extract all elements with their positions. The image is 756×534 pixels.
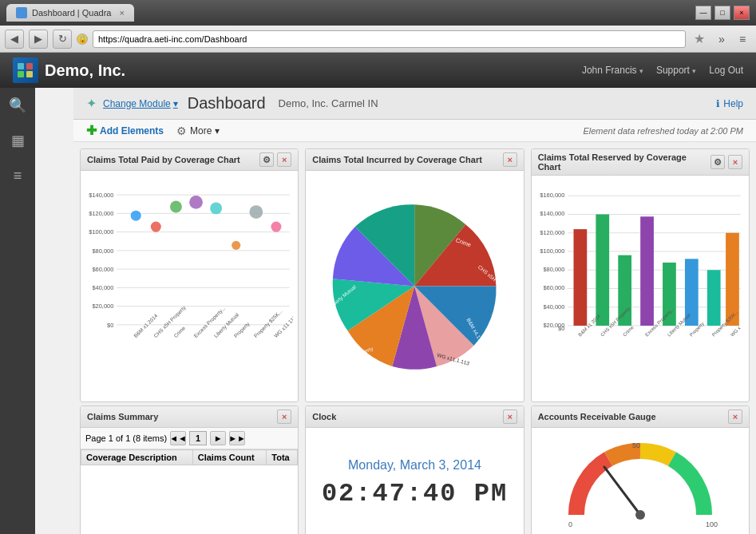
app-header: Demo, Inc. John Francis ▾ Support ▾ Log …	[0, 53, 756, 88]
svg-text:Excess Property...: Excess Property...	[192, 305, 227, 339]
ar-gauge-widget: Accounts Receivable Gauge ×	[531, 405, 750, 534]
reserved-chart-header: Claims Total Reserved by Coverage Chart …	[532, 149, 749, 176]
paid-chart-gear[interactable]: ⚙	[259, 152, 274, 167]
reserved-chart-widget: Claims Total Reserved by Coverage Chart …	[531, 148, 750, 402]
user-menu[interactable]: John Francis ▾	[582, 65, 643, 76]
claims-summary-close[interactable]: ×	[277, 409, 291, 424]
logout-link[interactable]: Log Out	[709, 65, 743, 76]
close-btn[interactable]: ×	[734, 6, 750, 20]
page-title: Dashboard	[188, 94, 266, 113]
tab-close-btn[interactable]: ×	[120, 8, 125, 18]
claims-table: Coverage Description Claims Count Tota	[81, 449, 298, 465]
svg-rect-57	[573, 229, 587, 326]
browser-titlebar: Dashboard | Quadra × — □ ×	[0, 0, 756, 26]
claims-summary-title: Claims Summary	[87, 412, 158, 421]
extensions-btn[interactable]: »	[713, 30, 730, 48]
paid-chart-content: $140,000 $120,000 $100,000 $80,000 $60,0…	[81, 171, 298, 401]
change-module-btn[interactable]: Change Module ▾	[103, 98, 178, 109]
header-nav: John Francis ▾ Support ▾ Log Out	[582, 65, 743, 76]
add-elements-label: Add Elements	[100, 125, 164, 136]
menu-btn[interactable]: ≡	[734, 30, 751, 48]
support-link[interactable]: Support ▾	[656, 65, 696, 76]
incurred-chart-header: Claims Total Incurred by Coverage Chart …	[306, 149, 523, 171]
claims-pagination: Page 1 of 1 (8 items) ◄◄ 1 ► ►►	[81, 428, 298, 449]
svg-text:$60,000: $60,000	[92, 266, 113, 273]
first-page-btn[interactable]: ◄◄	[170, 431, 186, 445]
clock-title: Clock	[312, 412, 336, 421]
address-bar[interactable]	[93, 30, 686, 48]
svg-point-19	[189, 196, 203, 209]
svg-point-20	[210, 202, 222, 214]
maximize-btn[interactable]: □	[714, 6, 730, 20]
sidebar-list[interactable]: ≡	[0, 158, 35, 193]
svg-text:$60,000: $60,000	[543, 284, 564, 291]
clock-header: Clock ×	[306, 406, 523, 428]
ar-gauge-close[interactable]: ×	[728, 409, 742, 424]
clock-date: Monday, March 3, 2014	[348, 458, 481, 473]
bookmark-btn[interactable]: ★	[691, 30, 708, 48]
help-icon: ℹ	[716, 98, 720, 109]
svg-text:WG x: WG x	[730, 326, 742, 338]
toolbar-extras: » ≡	[713, 30, 751, 48]
refresh-btn[interactable]: ↻	[53, 30, 72, 49]
help-btn[interactable]: ℹ Help	[716, 98, 743, 109]
svg-text:$20,000: $20,000	[92, 303, 113, 310]
refresh-info: Element data refreshed today at 2:00 PM	[583, 126, 743, 136]
svg-text:$160,000: $160,000	[540, 192, 564, 199]
svg-text:100: 100	[706, 520, 718, 528]
svg-text:$40,000: $40,000	[92, 284, 113, 291]
add-elements-btn[interactable]: ✚ Add Elements	[86, 123, 164, 138]
gear-icon: ⚙	[176, 125, 187, 137]
svg-text:$140,000: $140,000	[540, 210, 564, 217]
logo-cell-4	[26, 71, 33, 77]
window-controls: — □ ×	[695, 6, 750, 20]
svg-point-21	[232, 241, 240, 250]
svg-text:$0: $0	[558, 325, 564, 332]
clock-widget: Clock × Monday, March 3, 2014 02:47:40 P…	[305, 405, 524, 534]
current-page: 1	[189, 431, 207, 445]
forward-btn[interactable]: ▶	[29, 30, 48, 49]
back-btn[interactable]: ◀	[5, 30, 24, 49]
app-content: ✦ Change Module ▾ Dashboard Demo, Inc. C…	[73, 88, 756, 534]
col-count: Claims Count	[192, 450, 267, 465]
browser-toolbar: ◀ ▶ ↻ 🔒 ★ » ≡	[0, 26, 756, 53]
svg-text:$0: $0	[107, 322, 113, 329]
company-name: Demo, Inc.	[45, 61, 125, 80]
sidebar-search[interactable]: 🔍	[0, 88, 35, 123]
browser-tab[interactable]: Dashboard | Quadra ×	[6, 4, 134, 22]
clock-close[interactable]: ×	[503, 409, 517, 424]
incurred-chart-close[interactable]: ×	[503, 152, 517, 167]
reserved-chart-content: $160,000 $140,000 $120,000 $100,000 $80,…	[532, 176, 749, 401]
incurred-chart-controls: ×	[503, 152, 517, 167]
reserved-chart-gear[interactable]: ⚙	[710, 155, 725, 169]
sidebar-grid[interactable]: ▦	[0, 123, 35, 158]
clock-time: 02:47:40 PM	[322, 479, 508, 508]
support-label: Support	[656, 65, 690, 76]
more-dropdown-arrow: ▾	[215, 125, 220, 136]
reserved-chart-close[interactable]: ×	[728, 155, 742, 169]
module-dropdown-arrow: ▾	[173, 98, 178, 109]
incurred-chart-title: Claims Total Incurred by Coverage Chart	[312, 155, 482, 164]
dashboard-top-row: Claims Total Paid by Coverage Chart ⚙ × …	[73, 142, 756, 405]
user-dropdown-arrow: ▾	[639, 67, 643, 75]
paid-chart-close[interactable]: ×	[277, 152, 291, 167]
ar-gauge-header: Accounts Receivable Gauge ×	[532, 406, 749, 428]
module-icon: ✦	[86, 96, 97, 111]
svg-point-23	[271, 222, 281, 232]
paid-chart-title: Claims Total Paid by Coverage Chart	[87, 155, 240, 164]
svg-text:Crime: Crime	[622, 325, 635, 338]
last-page-btn[interactable]: ►►	[229, 431, 245, 445]
svg-rect-60	[640, 216, 654, 326]
paid-chart-controls: ⚙ ×	[259, 152, 291, 167]
svg-text:$100,000: $100,000	[540, 247, 564, 255]
more-btn[interactable]: ⚙ More ▾	[176, 125, 220, 137]
paid-chart-svg: $140,000 $120,000 $100,000 $80,000 $60,0…	[85, 176, 293, 397]
svg-rect-63	[707, 270, 721, 326]
incurred-chart-content: Crime CHS x5H Property B&M x4.1.2014 WG …	[306, 171, 523, 401]
svg-text:Property: Property	[232, 320, 251, 339]
ar-gauge-title: Accounts Receivable Gauge	[538, 412, 656, 421]
minimize-btn[interactable]: —	[695, 6, 711, 20]
ar-gauge-content: 0 50 100	[532, 428, 749, 534]
next-page-btn[interactable]: ►	[210, 431, 226, 445]
toolbar-bar: ✚ Add Elements ⚙ More ▾ Element data ref…	[73, 120, 756, 142]
